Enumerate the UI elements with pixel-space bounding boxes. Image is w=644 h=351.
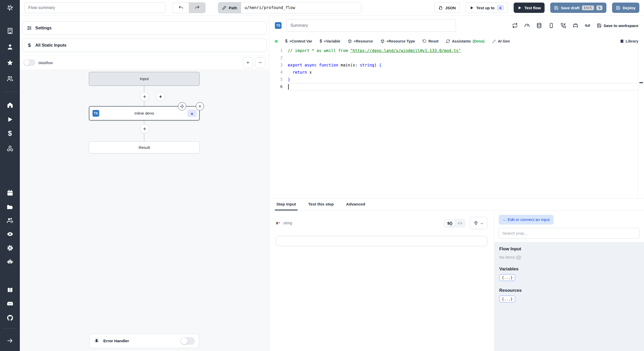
assistants-button[interactable]: Assistants (Deno) bbox=[446, 39, 484, 43]
plug-icon bbox=[473, 221, 478, 226]
windmill-logo-icon[interactable] bbox=[6, 4, 13, 11]
settings-gear-icon[interactable] bbox=[6, 245, 13, 252]
deploy-button[interactable]: Deploy bbox=[612, 3, 639, 13]
test-up-to-label: Test up to bbox=[476, 6, 495, 10]
add-variable-button[interactable]: $ +Variable bbox=[320, 39, 340, 44]
code-line-4[interactable]: 4 return x bbox=[269, 69, 644, 76]
github-icon[interactable] bbox=[6, 314, 13, 321]
phone-incoming-icon[interactable] bbox=[561, 23, 566, 28]
required-mark: * bbox=[278, 221, 280, 225]
voicemail-icon[interactable] bbox=[585, 23, 590, 28]
resources-chip[interactable]: {...} bbox=[499, 296, 515, 302]
undo-button[interactable] bbox=[173, 3, 189, 13]
pencil-icon bbox=[222, 6, 226, 10]
bot-icon[interactable] bbox=[6, 258, 13, 265]
deploy-label: Deploy bbox=[623, 6, 635, 10]
user-icon[interactable] bbox=[6, 44, 13, 50]
error-handler-node[interactable]: Error Handler bbox=[89, 334, 199, 348]
gauge-icon[interactable] bbox=[524, 23, 530, 28]
zoom-out-button[interactable]: − bbox=[255, 57, 265, 68]
add-resource-type-button[interactable]: +Resource Type bbox=[380, 39, 415, 43]
save-draft-button[interactable]: Save draft Ctrl S bbox=[550, 3, 606, 13]
save-to-workspace-button[interactable]: Save to workspace bbox=[597, 23, 638, 28]
insert-step-button[interactable] bbox=[140, 124, 149, 133]
tab-test-this-step[interactable]: Test this step bbox=[307, 199, 335, 210]
flow-settings-button[interactable]: Settings bbox=[22, 21, 266, 35]
graph-node-input[interactable]: Input bbox=[89, 72, 200, 86]
notebook-icon bbox=[620, 39, 624, 43]
bed-icon[interactable] bbox=[573, 23, 578, 28]
home-icon[interactable] bbox=[6, 102, 13, 109]
save-icon bbox=[616, 6, 620, 10]
search-prop-input[interactable] bbox=[499, 228, 640, 238]
path-button[interactable]: Path bbox=[218, 2, 241, 13]
redo-button[interactable] bbox=[189, 3, 205, 13]
file-json-icon bbox=[438, 6, 443, 10]
expand-arrow-icon[interactable] bbox=[6, 337, 13, 344]
json-button[interactable]: JSON bbox=[434, 3, 460, 13]
smartphone-icon[interactable] bbox=[548, 23, 554, 28]
error-handler-toggle[interactable] bbox=[180, 337, 195, 345]
tab-advanced[interactable]: Advanced bbox=[345, 199, 367, 210]
field-name: x bbox=[276, 221, 278, 225]
plus-icon bbox=[142, 127, 147, 131]
variable-label: +Variable bbox=[324, 39, 340, 43]
code-line-2[interactable]: 2 bbox=[269, 54, 644, 62]
resource-label: +Resource bbox=[354, 39, 373, 43]
tab-step-input[interactable]: Step Input bbox=[275, 199, 298, 210]
template-mode-button[interactable]: ${} bbox=[445, 220, 455, 227]
language-ready-indicator bbox=[275, 40, 278, 43]
connect-input-button[interactable]: → bbox=[470, 217, 487, 229]
code-editor[interactable]: 1// import * as wmill from "https://deno… bbox=[269, 47, 644, 198]
zoom-in-button[interactable]: + bbox=[243, 57, 253, 68]
code-line-5[interactable]: 5} bbox=[269, 76, 644, 83]
flow-summary-input[interactable] bbox=[24, 2, 166, 13]
step-input-section: x * string ${} <> → ← Edit or connect an… bbox=[269, 211, 644, 351]
test-flow-button[interactable]: Test flow bbox=[514, 3, 545, 13]
ai-gen-button[interactable]: AI Gen bbox=[492, 39, 510, 43]
code-mode-button[interactable]: <> bbox=[455, 220, 465, 227]
field-x-input[interactable] bbox=[276, 236, 487, 246]
users-icon[interactable] bbox=[6, 75, 13, 82]
folder-open-icon[interactable] bbox=[6, 204, 13, 211]
code-line-3[interactable]: 3export async function main(x: string) { bbox=[269, 62, 644, 69]
star-icon[interactable] bbox=[6, 59, 13, 66]
docs-book-icon[interactable] bbox=[6, 287, 13, 294]
test-up-to-button[interactable]: Test up to a bbox=[465, 3, 508, 13]
building-icon[interactable] bbox=[6, 28, 13, 35]
step-summary-input[interactable] bbox=[286, 19, 456, 32]
line-number: 3 bbox=[269, 62, 288, 69]
variables-dollar-icon[interactable]: $ bbox=[8, 130, 12, 138]
user-cog-icon[interactable] bbox=[6, 217, 13, 224]
flow-graph-canvas[interactable]: Input TS Inline deno a Result bbox=[20, 69, 269, 351]
code-line-1[interactable]: 1// import * as wmill from "https://deno… bbox=[269, 47, 644, 54]
eye-icon[interactable] bbox=[6, 231, 13, 238]
library-button[interactable]: Library bbox=[620, 39, 638, 43]
database-icon[interactable] bbox=[536, 23, 542, 28]
schedules-calendar-icon[interactable] bbox=[6, 190, 13, 196]
add-context-var-button[interactable]: $ +Context Var bbox=[285, 39, 312, 44]
ai-gen-label: AI Gen bbox=[498, 39, 510, 43]
settings-label: Settings bbox=[35, 26, 52, 30]
delete-step-button[interactable] bbox=[196, 102, 204, 110]
reload-icon[interactable] bbox=[512, 23, 518, 28]
insert-step-button[interactable] bbox=[140, 92, 149, 101]
path-value[interactable]: u/henri/profound_flow bbox=[241, 2, 361, 13]
discord-icon[interactable] bbox=[6, 301, 13, 308]
assistants-label: Assistants bbox=[452, 39, 471, 43]
edit-or-connect-pill[interactable]: ← Edit or connect an input bbox=[499, 215, 554, 225]
reset-button[interactable]: Reset bbox=[422, 39, 439, 43]
trigger-bolt-button[interactable] bbox=[156, 92, 165, 101]
graph-node-result[interactable]: Result bbox=[89, 141, 200, 153]
add-resource-button[interactable]: +Resource bbox=[348, 39, 373, 43]
undo-redo-group bbox=[172, 2, 206, 13]
variables-chip[interactable]: {...} bbox=[499, 274, 515, 281]
move-step-button[interactable] bbox=[178, 102, 186, 110]
context-var-label: +Context Var bbox=[289, 39, 312, 43]
editor-overview-ruler[interactable] bbox=[638, 47, 644, 198]
dataflow-toggle[interactable] bbox=[23, 59, 35, 66]
code-line-6[interactable]: 6 bbox=[269, 83, 644, 90]
runs-play-icon[interactable] bbox=[6, 116, 13, 123]
resources-boxes-icon[interactable] bbox=[6, 145, 13, 152]
all-static-inputs-button[interactable]: $ All Static Inputs bbox=[22, 39, 266, 52]
